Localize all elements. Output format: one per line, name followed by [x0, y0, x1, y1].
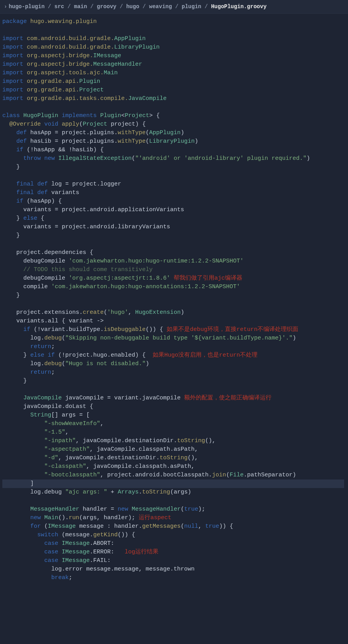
code-line[interactable]: "-aspectpath", javaCompile.classpath.asP… — [2, 445, 344, 454]
chevron-right-icon: › — [4, 2, 7, 11]
breadcrumb-separator: / — [45, 4, 54, 10]
code-editor[interactable]: package hugo.weaving.plugin import com.a… — [0, 14, 348, 586]
code-line[interactable] — [2, 497, 344, 505]
code-line[interactable]: MessageHandler handler = new MessageHand… — [2, 505, 344, 514]
code-line[interactable]: } else { — [2, 214, 344, 223]
code-line[interactable]: javaCompile.doLast { — [2, 402, 344, 411]
code-line[interactable]: def hasApp = project.plugins.withType(Ap… — [2, 129, 344, 137]
code-line[interactable]: } — [2, 163, 344, 172]
code-line[interactable]: @Override void apply(Project project) { — [2, 120, 344, 129]
code-line[interactable]: class HugoPlugin implements Plugin<Proje… — [2, 112, 344, 120]
breadcrumb-segment[interactable]: groovy — [97, 4, 116, 10]
code-line[interactable]: if (!variant.buildType.isDebuggable()) {… — [2, 326, 344, 334]
code-line[interactable]: if (!hasApp && !hasLib) { — [2, 146, 344, 154]
code-line[interactable] — [2, 300, 344, 308]
code-line[interactable]: "-classpath", javaCompile.classpath.asPa… — [2, 462, 344, 471]
code-line[interactable]: import org.gradle.api.Plugin — [2, 77, 344, 86]
code-line[interactable]: compile 'com.jakewharton.hugo:hugo-annot… — [2, 283, 344, 291]
breadcrumb-segment[interactable]: src — [54, 4, 64, 10]
code-line[interactable]: final def log = project.logger — [2, 180, 344, 189]
breadcrumb-separator: / — [117, 4, 126, 10]
code-line[interactable]: return; — [2, 368, 344, 377]
code-line[interactable]: case IMessage.ABORT: — [2, 539, 344, 548]
code-line[interactable]: throw new IllegalStateException("'androi… — [2, 154, 344, 163]
code-line[interactable]: log.debug("Skipping non-debuggable build… — [2, 334, 344, 343]
breadcrumb-segment[interactable]: hugo-plugin — [9, 4, 44, 10]
code-line[interactable]: ] — [2, 480, 344, 488]
code-line[interactable]: import org.aspectj.bridge.IMessage — [2, 52, 344, 60]
code-line[interactable]: break; — [2, 574, 344, 582]
code-line[interactable]: variants = project.android.applicationVa… — [2, 206, 344, 214]
code-line[interactable] — [2, 385, 344, 394]
code-line[interactable] — [2, 26, 344, 35]
code-line[interactable]: project.dependencies { — [2, 248, 344, 257]
code-line[interactable]: import org.aspectj.bridge.MessageHandler — [2, 60, 344, 69]
code-line[interactable]: // TODO this should come transitively — [2, 266, 344, 274]
code-line[interactable]: new Main().run(args, handler); 运行aspect — [2, 514, 344, 522]
code-line[interactable]: def hasLib = project.plugins.withType(Li… — [2, 137, 344, 146]
code-line[interactable]: final def variants — [2, 189, 344, 197]
code-line[interactable]: if (hasApp) { — [2, 197, 344, 206]
code-line[interactable]: return; — [2, 343, 344, 351]
code-line[interactable]: } else if (!project.hugo.enabled) { 如果Hu… — [2, 351, 344, 360]
code-line[interactable]: import com.android.build.gradle.AppPlugi… — [2, 35, 344, 43]
code-line[interactable]: package hugo.weaving.plugin — [2, 18, 344, 26]
code-line[interactable]: case IMessage.ERROR: log运行结果 — [2, 548, 344, 556]
code-line[interactable]: import com.android.build.gradle.LibraryP… — [2, 43, 344, 52]
breadcrumb-separator: / — [139, 4, 149, 10]
breadcrumb-separator: / — [87, 4, 97, 10]
code-line[interactable]: variants.all { variant -> — [2, 317, 344, 326]
code-line[interactable]: } — [2, 291, 344, 300]
breadcrumb-segment[interactable]: HugoPlugin.groovy — [211, 4, 266, 10]
code-line[interactable]: } — [2, 377, 344, 385]
breadcrumb: › hugo-plugin / src / main / groovy / hu… — [0, 0, 348, 14]
code-line[interactable]: switch (message.getKind()) { — [2, 531, 344, 539]
code-line[interactable]: log.debug "ajc args: " + Arrays.toString… — [2, 488, 344, 497]
code-line[interactable] — [2, 172, 344, 180]
breadcrumb-segment[interactable]: plugin — [182, 4, 201, 10]
code-line[interactable]: "-showWeaveInfo", — [2, 420, 344, 428]
code-line[interactable]: "-bootclasspath", project.android.bootCl… — [2, 471, 344, 480]
breadcrumb-segment[interactable]: main — [74, 4, 87, 10]
code-line[interactable]: String[] args = [ — [2, 411, 344, 420]
code-line[interactable]: "-inpath", javaCompile.destinationDir.to… — [2, 437, 344, 445]
code-line[interactable]: log.error message.message, message.throw… — [2, 565, 344, 574]
code-line[interactable]: } — [2, 231, 344, 240]
breadcrumb-separator: / — [201, 4, 211, 10]
code-line[interactable] — [2, 240, 344, 248]
breadcrumb-segment[interactable]: hugo — [126, 4, 139, 10]
code-line[interactable]: import org.gradle.api.Project — [2, 86, 344, 94]
code-line[interactable]: import org.aspectj.tools.ajc.Main — [2, 69, 344, 77]
code-line[interactable] — [2, 103, 344, 112]
code-line[interactable]: import org.gradle.api.tasks.compile.Java… — [2, 94, 344, 103]
code-line[interactable]: JavaCompile javaCompile = variant.javaCo… — [2, 394, 344, 402]
breadcrumb-separator: / — [172, 4, 182, 10]
code-line[interactable]: "-1.5", — [2, 428, 344, 437]
code-line[interactable]: log.debug("Hugo is not disabled.") — [2, 360, 344, 368]
code-line[interactable]: debugCompile 'org.aspectj:aspectjrt:1.8.… — [2, 274, 344, 283]
code-line[interactable]: variants = project.android.libraryVarian… — [2, 223, 344, 231]
code-line[interactable]: for (IMessage message : handler.getMessa… — [2, 522, 344, 531]
code-line[interactable]: "-d", javaCompile.destinationDir.toStrin… — [2, 454, 344, 462]
breadcrumb-separator: / — [64, 4, 74, 10]
code-line[interactable]: project.extensions.create('hugo', HugoEx… — [2, 308, 344, 317]
code-line[interactable]: debugCompile 'com.jakewharton.hugo:hugo-… — [2, 257, 344, 266]
code-line[interactable]: case IMessage.FAIL: — [2, 556, 344, 565]
breadcrumb-segment[interactable]: weaving — [149, 4, 172, 10]
